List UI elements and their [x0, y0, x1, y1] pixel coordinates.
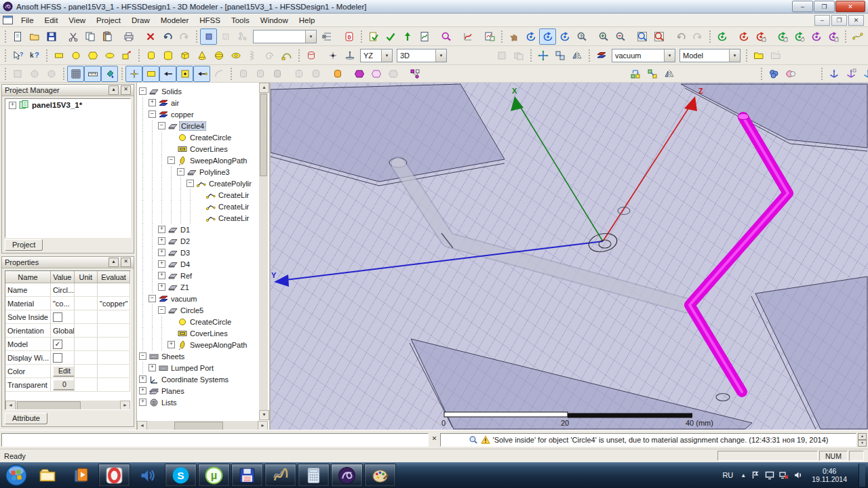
- mode-combo[interactable]: 3D▼: [397, 49, 447, 62]
- zoom-out-window-button[interactable]: [612, 28, 629, 45]
- select-object-button[interactable]: [200, 28, 217, 45]
- scroll-up-icon[interactable]: ▲: [259, 83, 269, 93]
- menu-modeler[interactable]: Modeler: [155, 15, 195, 26]
- expand-box[interactable]: +: [158, 249, 165, 256]
- tree-node-createlir[interactable]: CreateLir: [138, 212, 259, 224]
- draw-ellipse-button[interactable]: [101, 47, 118, 64]
- expand-box[interactable]: −: [139, 352, 146, 360]
- tree-label[interactable]: Lumped Port: [170, 364, 215, 372]
- snap-face-button[interactable]: [142, 66, 159, 82]
- scroll-thumb[interactable]: [17, 401, 81, 410]
- validate-button[interactable]: [365, 28, 382, 45]
- tree-node-d4[interactable]: +D4: [138, 258, 259, 270]
- analyze-all-button[interactable]: [382, 28, 399, 45]
- property-value[interactable]: Circl...: [53, 286, 74, 294]
- draw-cone-button[interactable]: [193, 47, 210, 64]
- clock[interactable]: 0:46 19.11.2014: [808, 467, 851, 483]
- tree-label[interactable]: D3: [179, 249, 191, 257]
- snap-grid-button[interactable]: [67, 66, 84, 82]
- tree-label[interactable]: CreateCircle: [189, 318, 233, 326]
- snap-vertex-button[interactable]: [159, 66, 176, 82]
- mode-combo-value[interactable]: 3D: [397, 52, 435, 60]
- expand-box[interactable]: −: [158, 306, 165, 314]
- results-button[interactable]: [416, 28, 433, 45]
- expand-box[interactable]: −: [167, 157, 175, 164]
- tree-label[interactable]: Circle4: [179, 121, 206, 131]
- scale-mirror-button[interactable]: [568, 47, 585, 64]
- orient-left-button[interactable]: [774, 28, 791, 45]
- object-layers-button[interactable]: [593, 47, 610, 64]
- calculator[interactable]: [298, 464, 330, 487]
- find-button[interactable]: [437, 28, 454, 45]
- model-tree-hscrollbar[interactable]: ◄ ►: [137, 421, 268, 430]
- tree-label[interactable]: SweepAlongPath: [189, 157, 248, 165]
- tree-label[interactable]: CoverLines: [189, 145, 229, 153]
- expand-box[interactable]: +: [158, 283, 165, 291]
- project-manager-header[interactable]: Project Manager ▴ ✕: [2, 85, 134, 96]
- tray-expand-icon[interactable]: ▲: [741, 472, 746, 479]
- expand-box[interactable]: +: [158, 260, 165, 268]
- chevron-down-icon[interactable]: ▼: [381, 49, 392, 62]
- title-bar[interactable]: Ansoft HFSS - panel15V3_1 - HFSSDesign1 …: [0, 0, 868, 14]
- expand-box[interactable]: +: [9, 102, 16, 109]
- draw-sweep-rect-button[interactable]: [118, 47, 135, 64]
- expand-box[interactable]: −: [149, 110, 156, 118]
- expand-box[interactable]: +: [167, 341, 175, 348]
- draw-torus-button[interactable]: [227, 47, 244, 64]
- skype[interactable]: S: [165, 464, 197, 487]
- property-button[interactable]: 0: [53, 380, 75, 390]
- rotate-screen-center-button[interactable]: [556, 28, 573, 45]
- panel-close-icon[interactable]: ✕: [121, 258, 131, 267]
- start-button[interactable]: [1, 463, 31, 487]
- orient-right-button[interactable]: [791, 28, 808, 45]
- context-help-button[interactable]: ?: [9, 47, 26, 64]
- whats-this-button[interactable]: k?: [26, 47, 43, 64]
- tree-node-createlir[interactable]: CreateLir: [138, 201, 259, 212]
- align-mirror-button[interactable]: [660, 66, 677, 82]
- volume-mixer[interactable]: [132, 464, 163, 487]
- scroll-left-icon[interactable]: ◄: [5, 401, 16, 410]
- expand-box[interactable]: +: [139, 387, 146, 394]
- orient-front-button[interactable]: [808, 28, 825, 45]
- media-player[interactable]: [65, 464, 97, 487]
- tree-node-createlir[interactable]: CreateLir: [138, 189, 259, 201]
- scroll-right-icon[interactable]: ►: [120, 401, 130, 410]
- snap-fill-button[interactable]: [101, 66, 118, 82]
- tree-label[interactable]: Z1: [179, 283, 191, 291]
- panel-collapse-icon[interactable]: ▴: [108, 258, 119, 267]
- copper-trace-circle4[interactable]: [690, 117, 788, 392]
- checkbox[interactable]: [53, 312, 62, 322]
- menu-hfss[interactable]: HFSS: [194, 15, 226, 26]
- expand-box[interactable]: −: [177, 168, 184, 176]
- tree-label[interactable]: Circle5: [179, 306, 205, 314]
- explorer[interactable]: [32, 464, 64, 487]
- tree-node-vacuum[interactable]: −vacuum: [138, 293, 259, 304]
- tree-label[interactable]: CreateLir: [217, 203, 250, 211]
- tree-label[interactable]: Sheets: [160, 352, 186, 361]
- align-plane-button[interactable]: [644, 66, 660, 82]
- copy-button[interactable]: [81, 28, 98, 45]
- minimize-button[interactable]: –: [792, 1, 813, 12]
- plot-report-button[interactable]: [459, 28, 476, 45]
- draw-rectangle-button[interactable]: [50, 47, 67, 64]
- property-value[interactable]: "co...: [53, 300, 70, 308]
- duplicate-around-button[interactable]: [551, 47, 568, 64]
- command-field[interactable]: [1, 433, 429, 447]
- save-button[interactable]: [43, 28, 60, 45]
- maximize-button[interactable]: ❐: [814, 1, 835, 12]
- checkbox[interactable]: ✓: [53, 340, 62, 349]
- menu-window[interactable]: Window: [255, 15, 294, 26]
- tree-node-coverlines[interactable]: CoverLines: [138, 327, 259, 339]
- modeler-3d-viewport[interactable]: X Z Y: [271, 83, 868, 430]
- boolean-subtract-button[interactable]: [782, 66, 799, 82]
- mdi-document-icon[interactable]: [3, 16, 13, 24]
- cs-create-offset-button[interactable]: [842, 66, 859, 82]
- tree-node-createpolylir[interactable]: −CreatePolylir: [138, 178, 259, 189]
- property-button[interactable]: Edit: [53, 366, 75, 377]
- tab-project[interactable]: Project: [5, 239, 43, 251]
- expand-box[interactable]: +: [158, 226, 165, 233]
- volume-icon[interactable]: [793, 470, 803, 480]
- network-error-icon[interactable]: [779, 470, 789, 480]
- orient-bottom-button[interactable]: [752, 28, 769, 45]
- design-tool[interactable]: [264, 464, 296, 487]
